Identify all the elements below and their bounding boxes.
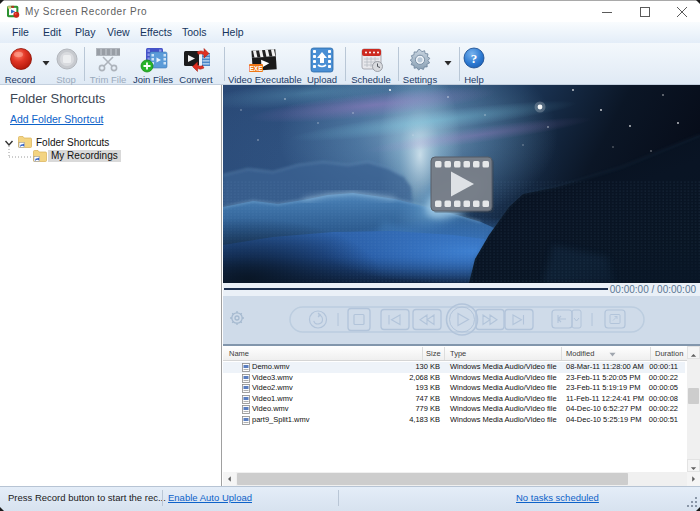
- svg-text:EXE: EXE: [249, 65, 263, 72]
- svg-text:?: ?: [471, 51, 478, 66]
